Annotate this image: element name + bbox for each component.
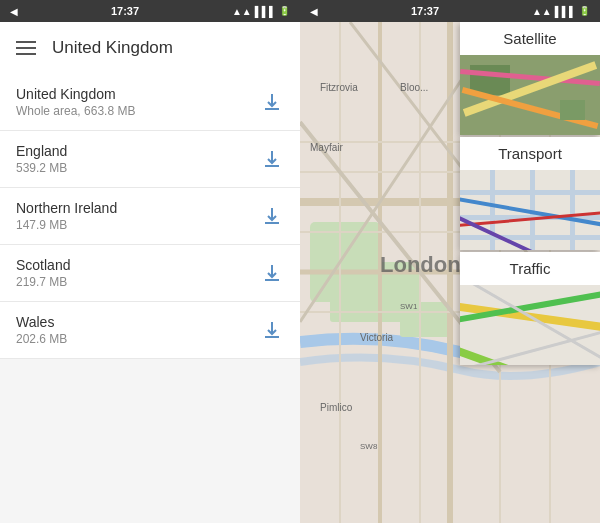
list-item-text: England 539.2 MB: [16, 143, 67, 175]
map-label-fitzrovia: Fitzrovia: [320, 82, 358, 93]
list-item-size: 147.9 MB: [16, 218, 117, 232]
map-label-sw1: SW1: [400, 302, 417, 311]
list-item[interactable]: England 539.2 MB: [0, 131, 300, 188]
list-item-text: Northern Ireland 147.9 MB: [16, 200, 117, 232]
wifi-icon-left: ▲▲: [232, 6, 252, 17]
traffic-label: Traffic: [460, 252, 600, 285]
list-item-name: England: [16, 143, 67, 159]
london-label: London: [380, 252, 461, 278]
status-icons-right-group: ▲▲ ▌▌▌ 🔋: [532, 6, 590, 17]
status-time-right: 17:37: [411, 5, 439, 17]
traffic-card[interactable]: Traffic: [460, 252, 600, 365]
signal-icon-left: ▌▌▌: [255, 6, 276, 17]
map-label-victoria: Victoria: [360, 332, 393, 343]
list-item-text: Scotland 219.7 MB: [16, 257, 70, 289]
list-item[interactable]: United Kingdom Whole area, 663.8 MB: [0, 74, 300, 131]
wifi-icon-right: ▲▲: [532, 6, 552, 17]
download-button[interactable]: [260, 204, 284, 228]
list-item-name: Scotland: [16, 257, 70, 273]
app-header: United Kingdom: [0, 22, 300, 74]
nav-icon: ◀: [10, 6, 18, 17]
status-bar-left: ◀ 17:37 ▲▲ ▌▌▌ 🔋: [0, 0, 300, 22]
download-button[interactable]: [260, 90, 284, 114]
satellite-card[interactable]: Satellite: [460, 22, 600, 135]
transport-card[interactable]: Transport: [460, 137, 600, 250]
download-button[interactable]: [260, 318, 284, 342]
satellite-label: Satellite: [460, 22, 600, 55]
list-item-size: Whole area, 663.8 MB: [16, 104, 135, 118]
transport-label: Transport: [460, 137, 600, 170]
list-item-name: Northern Ireland: [16, 200, 117, 216]
traffic-preview-container: [460, 285, 600, 365]
overlay-panels: Satellite Transport: [460, 22, 600, 367]
battery-icon-left: 🔋: [279, 6, 290, 16]
transport-preview-container: [460, 170, 600, 250]
nav-icon-right: ◀: [310, 6, 318, 17]
list-item-text: Wales 202.6 MB: [16, 314, 67, 346]
right-panel: Fitzrovia Mayfair Pimlico SW1 SW8 Victor…: [300, 0, 600, 523]
status-bar-right: ◀ 17:37 ▲▲ ▌▌▌ 🔋: [300, 0, 600, 22]
region-list: United Kingdom Whole area, 663.8 MB Engl…: [0, 74, 300, 523]
map-label-sw8: SW8: [360, 442, 377, 451]
battery-icon-right: 🔋: [579, 6, 590, 16]
satellite-preview: [460, 55, 600, 135]
hamburger-menu-button[interactable]: [16, 41, 36, 55]
download-button[interactable]: [260, 147, 284, 171]
page-title: United Kingdom: [52, 38, 173, 58]
status-icons-left-right: ▲▲ ▌▌▌ 🔋: [232, 6, 290, 17]
list-item-size: 219.7 MB: [16, 275, 70, 289]
map-label-pimlico: Pimlico: [320, 402, 352, 413]
map-label-mayfair: Mayfair: [310, 142, 343, 153]
list-item-name: United Kingdom: [16, 86, 135, 102]
status-time-left: 17:37: [111, 5, 139, 17]
list-item-name: Wales: [16, 314, 67, 330]
list-item-size: 202.6 MB: [16, 332, 67, 346]
list-item[interactable]: Northern Ireland 147.9 MB: [0, 188, 300, 245]
list-item[interactable]: Wales 202.6 MB: [0, 302, 300, 359]
list-item-text: United Kingdom Whole area, 663.8 MB: [16, 86, 135, 118]
download-button[interactable]: [260, 261, 284, 285]
list-item-size: 539.2 MB: [16, 161, 67, 175]
map-label-bloomsbury: Bloo...: [400, 82, 428, 93]
signal-icon-right: ▌▌▌: [555, 6, 576, 17]
left-panel: United Kingdom United Kingdom Whole area…: [0, 0, 300, 523]
list-item[interactable]: Scotland 219.7 MB: [0, 245, 300, 302]
